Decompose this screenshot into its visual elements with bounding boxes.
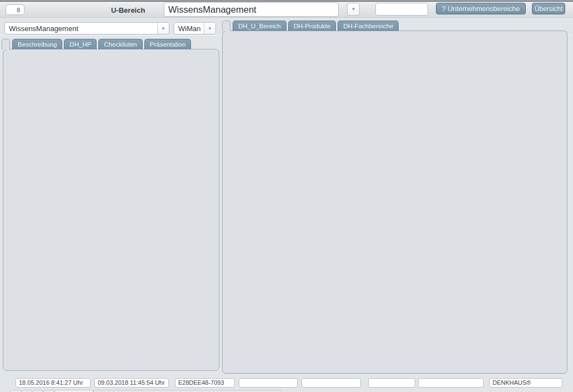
u-bereich-label: U-Bereich (111, 6, 150, 14)
left-panel-content (3, 49, 219, 371)
right-panel-tabbar: DH_U_Bereich DH-Produkte DH-Fachbereiche (222, 21, 400, 31)
status-field-empty-3[interactable] (368, 378, 415, 388)
chevron-down-icon[interactable]: ▼ (157, 23, 169, 34)
status-field-empty-2[interactable] (301, 378, 361, 388)
wissensmanagement-combo[interactable]: WissensManagement ▼ (4, 22, 169, 34)
status-field-modified-timestamp[interactable]: 09.03.2018 11:45:54 Uhr (94, 378, 169, 388)
toolbar: 8 U-Bereich ▼ ? Unternehmensbereiche Übe… (0, 2, 573, 18)
application-window: 8 U-Bereich ▼ ? Unternehmensbereiche Übe… (0, 0, 573, 392)
tab-praesentation[interactable]: Präsentation (144, 39, 192, 49)
chevron-down-icon: ▼ (351, 7, 356, 12)
cutoff-button (43, 390, 54, 392)
right-panel-stub-tab[interactable] (222, 21, 230, 31)
wiman-combo[interactable]: WiMan ▼ (174, 22, 216, 34)
tab-checklisten[interactable]: Checklisten (98, 39, 142, 49)
tab-dh-fachbereiche[interactable]: DH-Fachbereiche (338, 21, 399, 31)
status-field-brand[interactable]: DENKHAUS® (489, 378, 562, 388)
status-field-empty-4[interactable] (418, 378, 484, 388)
secondary-input[interactable] (375, 3, 428, 16)
left-panel-stub-tab[interactable] (2, 39, 10, 49)
chevron-down-icon[interactable]: ▼ (204, 23, 215, 34)
wissensmanagement-combo-value: WissensManagement (5, 23, 157, 34)
cutoff-button (21, 390, 32, 392)
cutoff-button (32, 390, 43, 392)
tab-dh-u-bereich[interactable]: DH_U_Bereich (233, 21, 286, 31)
status-field-created-timestamp[interactable]: 18.05.2016 8:41:27 Uhr (16, 378, 91, 388)
tab-beschreibung[interactable]: Beschreibung (12, 39, 62, 49)
uebersicht-button[interactable]: Übersicht (532, 3, 565, 14)
cutoff-button (54, 390, 93, 392)
record-counter-field[interactable]: 8 (6, 4, 24, 15)
status-field-empty-1[interactable] (239, 378, 298, 388)
cutoff-strip (93, 390, 282, 392)
right-panel-content (222, 31, 567, 374)
left-panel-tabbar: Beschreibung DH_HP Checklisten Präsentat… (2, 39, 193, 49)
status-field-record-id[interactable]: E28DEE48-7093 (175, 378, 235, 388)
cutoff-button (10, 390, 21, 392)
unternehmensbereiche-button[interactable]: ? Unternehmensbereiche (436, 3, 526, 14)
wiman-combo-value: WiMan (174, 23, 204, 34)
tab-dh-produkte[interactable]: DH-Produkte (288, 21, 336, 31)
tab-dh-hp[interactable]: DH_HP (64, 39, 97, 49)
u-bereich-input[interactable] (164, 2, 339, 17)
u-bereich-dropdown-button[interactable]: ▼ (347, 3, 360, 16)
